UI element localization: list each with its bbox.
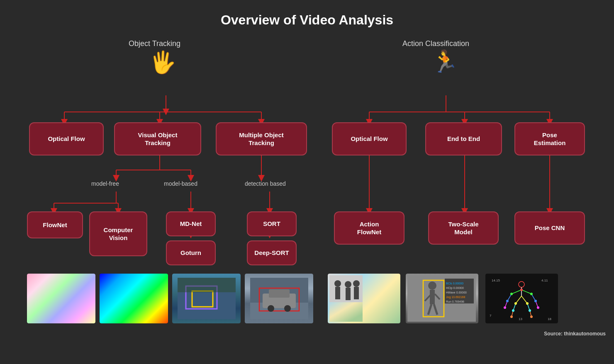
optical-flow-right-node: Optical Flow — [332, 122, 407, 155]
svg-point-91 — [510, 315, 513, 318]
pose-cnn-thumbnail: 14.15 4.11 7 13 18 — [485, 274, 558, 323]
svg-point-85 — [504, 306, 506, 309]
svg-text:4.11: 4.11 — [541, 279, 548, 282]
two-scale-model-node: Two-Scale Model — [428, 211, 499, 245]
action-flownet-node: Action FlowNet — [334, 211, 404, 245]
computer-vision-node: Computer Vision — [89, 211, 147, 256]
deep-sort-node: Deep-SORT — [247, 240, 297, 265]
action-classification-icon: 🏃 — [431, 49, 458, 74]
sort-node: SORT — [247, 211, 297, 236]
svg-point-86 — [537, 306, 539, 309]
object-tracking-thumbnail — [172, 274, 241, 323]
svg-point-42 — [353, 280, 360, 287]
svg-rect-39 — [335, 287, 340, 299]
svg-point-88 — [526, 302, 529, 305]
object-tracking-label: Object Tracking — [129, 39, 180, 48]
md-net-node: MD-Net — [166, 211, 216, 236]
svg-point-87 — [514, 302, 517, 305]
computer-vision-thumbnail — [100, 274, 168, 323]
object-tracking-icon: 🖐️ — [149, 50, 176, 75]
svg-point-47 — [428, 281, 436, 290]
pose-cnn-node: Pose CNN — [514, 211, 585, 245]
svg-point-40 — [345, 281, 351, 288]
svg-point-89 — [512, 309, 514, 312]
goturn-node: Goturn — [166, 240, 216, 265]
multiple-object-tracking-node: Multiple Object Tracking — [216, 122, 307, 155]
svg-point-80 — [520, 289, 523, 291]
svg-rect-41 — [346, 288, 351, 300]
model-free-label: model-free — [91, 180, 119, 187]
action-flownet-thumbnail — [328, 274, 400, 323]
svg-point-81 — [510, 293, 513, 295]
source-label: Source: thinkautonomous — [544, 331, 606, 337]
visual-object-tracking-node: Visual Object Tracking — [114, 122, 201, 155]
model-based-label: model-based — [164, 180, 197, 187]
svg-point-83 — [506, 300, 509, 302]
source-name: thinkautonomous — [564, 331, 606, 337]
svg-rect-29 — [178, 278, 236, 292]
flownet-thumbnail — [27, 274, 95, 323]
svg-text:HWave 0.00000: HWave 0.00000 — [446, 291, 467, 294]
svg-point-38 — [334, 280, 341, 287]
svg-text:7: 7 — [490, 314, 492, 318]
optical-flow-left-node: Optical Flow — [29, 122, 104, 155]
svg-text:BCls 0.00000: BCls 0.00000 — [446, 282, 463, 285]
svg-rect-45 — [329, 302, 363, 322]
svg-text:18: 18 — [548, 317, 551, 321]
end-to-end-node: End to End — [425, 122, 502, 155]
two-scale-model-thumbnail: BCls 0.00000 HClp 0.00000 HWave 0.00000 … — [406, 274, 478, 323]
page-title: Overview of Video Analysis — [0, 0, 614, 32]
svg-rect-48 — [430, 290, 435, 304]
svg-point-82 — [530, 293, 533, 295]
pose-estimation-node: Pose Estimation — [514, 122, 585, 155]
svg-text:14.15: 14.15 — [492, 279, 500, 282]
svg-text:Run 0.769498: Run 0.769498 — [446, 300, 464, 303]
svg-text:13: 13 — [519, 317, 522, 321]
svg-point-84 — [534, 300, 537, 302]
svg-text:Jog 13.692168: Jog 13.692168 — [446, 296, 465, 299]
svg-point-35 — [268, 305, 274, 312]
source-prefix: Source: — [544, 331, 563, 337]
car-detection-thumbnail — [245, 274, 313, 323]
svg-point-90 — [529, 309, 531, 312]
svg-point-92 — [530, 315, 533, 318]
svg-rect-43 — [354, 287, 359, 299]
svg-text:HClp 0.00000: HClp 0.00000 — [446, 286, 464, 290]
flownet-node: FlowNet — [27, 211, 83, 238]
svg-point-36 — [284, 305, 291, 312]
action-classification-label: Action Classification — [402, 39, 469, 48]
svg-rect-33 — [269, 289, 290, 298]
detection-based-label: detection based — [245, 180, 286, 187]
